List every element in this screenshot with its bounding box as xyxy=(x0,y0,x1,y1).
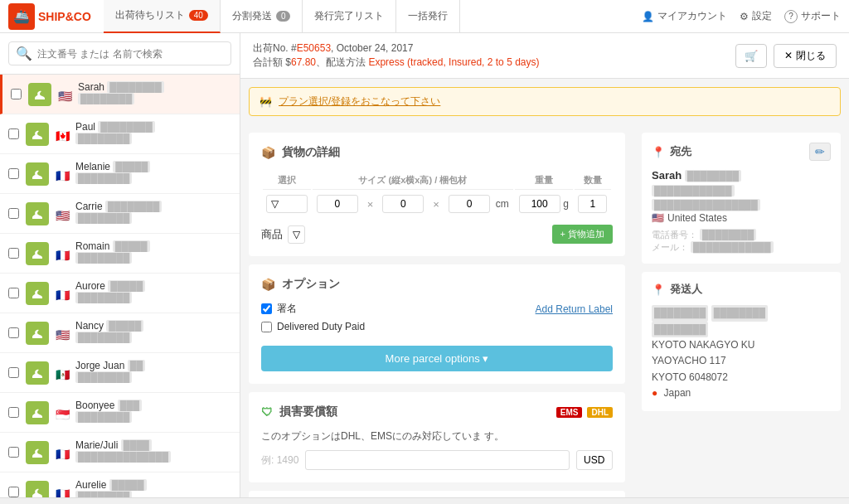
customer-name: Aurore █████ xyxy=(75,280,231,292)
size-y-input[interactable] xyxy=(382,195,424,213)
items-select[interactable]: ▽ xyxy=(288,225,305,244)
customer-checkbox[interactable] xyxy=(8,248,19,259)
unit-g: g xyxy=(563,198,569,210)
insurance-title: 🛡 損害要償額 EMS DHL xyxy=(261,405,613,419)
package-row: ▽ × × cm xyxy=(263,191,611,216)
recipient-section: 📍 宛先 ✏ Sarah ████████ ████████████ █████… xyxy=(642,133,841,264)
sender-title-text: 📍 発送人 xyxy=(652,282,702,297)
flag-fr4: 🇫🇷 xyxy=(56,448,70,458)
list-item[interactable]: 🇫🇷 Aurelie █████ ████████ xyxy=(0,472,240,497)
list-item[interactable]: 🇨🇦 Paul ████████ ████████ xyxy=(0,114,240,154)
sender-section: 📍 発送人 ████████ ████████ ████████ KYOTO N… xyxy=(642,272,841,411)
recipient-edit-button[interactable]: ✏ xyxy=(809,143,831,161)
support-btn[interactable]: ? サポート xyxy=(784,9,841,23)
ddp-label[interactable]: Delivered Duty Paid xyxy=(261,321,365,332)
flag-sg: 🇸🇬 xyxy=(56,408,70,418)
list-item[interactable]: 🇫🇷 Melanie █████ ████████ xyxy=(0,154,240,194)
order-total: 合計額 $67.80、配送方法 Express (tracked, Insure… xyxy=(253,56,539,70)
items-row: 商品 ▽ + 貨物追加 xyxy=(261,225,613,244)
recipient-name: Sarah ████████ xyxy=(652,169,831,182)
customer-sub: ██████████████ xyxy=(75,451,171,463)
list-item[interactable]: 🇸🇬 Boonyee ███ ████████ xyxy=(0,393,240,433)
avatar xyxy=(26,401,49,424)
customer-info: Carrie ████████ ████████ xyxy=(75,201,231,226)
weight-input[interactable] xyxy=(519,195,560,213)
list-item[interactable]: 🇫🇷 Romain █████ ████████ xyxy=(0,234,240,274)
customer-checkbox[interactable] xyxy=(8,327,19,338)
return-label-link[interactable]: Add Return Label xyxy=(536,303,613,315)
customer-checkbox[interactable] xyxy=(8,407,19,418)
settings-btn[interactable]: ⚙ 設定 xyxy=(740,9,772,23)
my-account-btn[interactable]: 👤 マイアカウント xyxy=(642,9,727,23)
close-button[interactable]: ✕ 出荷待ちリスト 閉じる xyxy=(774,44,837,68)
list-item[interactable]: 🇫🇷 Aurore █████ ████████ xyxy=(0,274,240,313)
size-z-input[interactable] xyxy=(449,195,490,213)
contents-section: 📦 貨物内容 % $ 51.80 xyxy=(249,491,625,497)
size-x-input[interactable] xyxy=(317,195,358,213)
customer-checkbox[interactable] xyxy=(8,367,19,378)
header: 🚢 SHIP&CO 出荷待ちリスト 40 分割発送 0 発行完了リスト 一括発行… xyxy=(0,0,849,33)
customer-checkbox[interactable] xyxy=(8,208,19,219)
customer-checkbox[interactable] xyxy=(8,168,19,179)
order-title: 出荷No. #E50653, October 24, 2017 xyxy=(253,41,539,56)
list-item[interactable]: 🇫🇷 Marie/Juli ████ ██████████████ xyxy=(0,433,240,472)
customer-name: Sarah ████████ xyxy=(78,81,231,93)
ddp-checkbox[interactable] xyxy=(261,322,272,332)
flag-fr2: 🇫🇷 xyxy=(56,249,70,259)
more-options-button[interactable]: More parcel options ▾ xyxy=(261,346,613,371)
cart-button[interactable]: 🛒 xyxy=(735,44,767,68)
main-layout: 🔍 🇺🇸 Sarah ████████ ████████ xyxy=(0,33,849,497)
customer-name: Marie/Juli ████ xyxy=(75,439,231,451)
japan-dot: ● xyxy=(652,387,657,399)
customer-checkbox[interactable] xyxy=(8,487,19,497)
content-area: 📦 貨物の詳細 選択 サイズ (縦x横x高) / 梱包材 重量 数量 xyxy=(240,124,849,497)
search-input[interactable] xyxy=(37,48,224,60)
customer-info: Melanie █████ ████████ xyxy=(75,161,231,187)
qty-input[interactable] xyxy=(578,195,607,213)
signature-checkbox[interactable] xyxy=(261,303,272,314)
footer: © 2014~2017 Ship&co. Powered by 株式会社BERT… xyxy=(0,497,849,504)
recipient-icon: 📍 xyxy=(652,146,665,158)
customer-name: Aurelie █████ xyxy=(75,479,231,491)
currency-select[interactable]: USD JPY xyxy=(576,450,613,470)
avatar xyxy=(26,242,49,265)
insurance-amount-input[interactable] xyxy=(305,450,570,470)
list-item[interactable]: 🇺🇸 Sarah ████████ ████████ xyxy=(0,75,240,114)
order-info: 出荷No. #E50653, October 24, 2017 合計額 $67.… xyxy=(253,41,539,70)
sidebar: 🔍 🇺🇸 Sarah ████████ ████████ xyxy=(0,33,240,497)
add-item-button[interactable]: + 貨物追加 xyxy=(552,225,613,244)
order-actions: 🛒 ✕ 出荷待ちリスト 閉じる xyxy=(735,44,837,68)
customer-info: Aurore █████ ████████ xyxy=(75,280,231,306)
customer-name: Jorge Juan ██ xyxy=(75,360,231,371)
col-qty: 数量 xyxy=(575,172,611,190)
flag-fr3: 🇫🇷 xyxy=(56,288,70,298)
customer-name: Romain █████ xyxy=(75,240,231,252)
list-item[interactable]: 🇺🇸 Carrie ████████ ████████ xyxy=(0,194,240,234)
customer-sub: ████████ xyxy=(75,411,132,423)
tab-pending[interactable]: 出荷待ちリスト 40 xyxy=(104,0,221,33)
package-preset-select[interactable]: ▽ xyxy=(266,195,308,213)
tab-bulk[interactable]: 一括発行 xyxy=(396,0,460,33)
logo-text: SHIP&CO xyxy=(38,10,91,23)
customer-checkbox[interactable] xyxy=(11,89,22,99)
customer-checkbox[interactable] xyxy=(8,128,19,139)
insurance-placeholder-label: 例: 1490 xyxy=(261,453,298,468)
customer-checkbox[interactable] xyxy=(8,447,19,458)
customer-sub: ████████ xyxy=(78,93,134,104)
list-item[interactable]: 🇲🇽 Jorge Juan ██ ████████ xyxy=(0,353,240,393)
list-item[interactable]: 🇺🇸 Nancy █████ ████████ xyxy=(0,313,240,353)
customer-sub: ████████ xyxy=(75,212,132,224)
insurance-desc: このオプションはDHL、EMSにのみ対応していま す。 xyxy=(261,429,613,443)
customer-info: Romain █████ ████████ xyxy=(75,240,231,266)
tab-completed[interactable]: 発行完了リスト xyxy=(303,0,396,33)
main-content: 出荷No. #E50653, October 24, 2017 合計額 $67.… xyxy=(240,33,849,497)
options-icon: 📦 xyxy=(261,278,275,291)
signature-label[interactable]: 署名 xyxy=(261,302,297,316)
customer-info: Nancy █████ ████████ xyxy=(75,320,231,346)
avatar xyxy=(26,123,49,146)
recipient-title: 📍 宛先 ✏ xyxy=(652,143,831,161)
items-label-area: 商品 ▽ xyxy=(261,225,305,244)
customer-checkbox[interactable] xyxy=(8,288,19,298)
tab-split[interactable]: 分割発送 0 xyxy=(221,0,303,33)
customer-name: Carrie ████████ xyxy=(75,201,231,212)
